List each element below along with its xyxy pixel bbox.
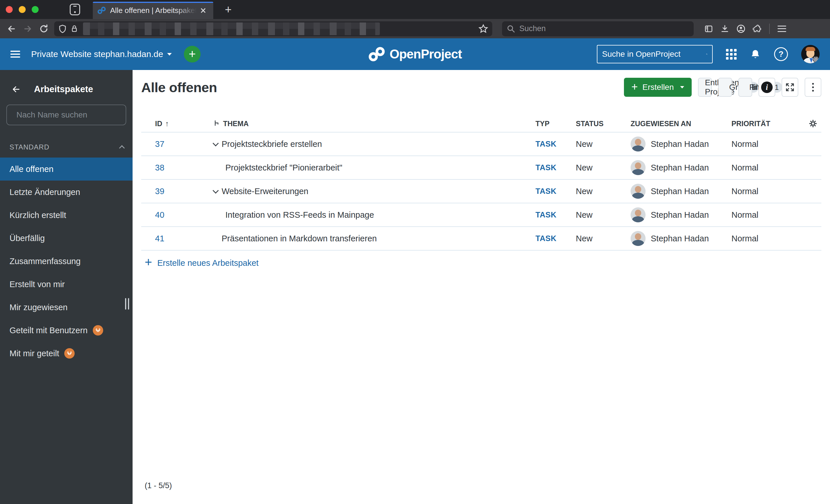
work-package-status[interactable]: New [576,234,631,243]
firefox-view-icon[interactable] [70,4,80,15]
account-icon[interactable] [733,21,749,36]
help-icon[interactable]: ? [774,47,788,61]
column-header-assignee[interactable]: ZUGEWIESEN AN [631,120,731,128]
work-package-subject[interactable]: Präsentationen in Markdown transferieren [222,234,377,243]
sidebar-item-mir-zugewiesen[interactable]: Mir zugewiesen [0,296,133,319]
column-header-id[interactable]: ID ↑ [155,119,213,128]
assignee-name[interactable]: Stephan Hadan [651,210,709,220]
main-menu-toggle-icon[interactable] [10,51,20,58]
work-package-id-link[interactable]: 41 [155,234,213,243]
forward-button[interactable] [20,21,36,36]
work-package-status[interactable]: New [576,210,631,220]
table-row[interactable]: 38 Projektsteckbrief "Pionierarbeit" TAS… [141,156,821,180]
new-tab-button[interactable]: + [221,3,235,16]
work-package-status[interactable]: New [576,139,631,149]
column-header-status[interactable]: STATUS [576,120,631,128]
menu-hamburger-icon[interactable] [774,21,790,36]
filter-button[interactable]: Filter 1 [738,78,752,97]
table-row[interactable]: 40 Integration von RSS-Feeds in Mainpage… [141,203,821,227]
close-tab-icon[interactable] [198,5,208,15]
sidebars-icon[interactable] [701,21,717,36]
column-header-priority[interactable]: PRIORITÄT [731,120,801,128]
table-settings-button[interactable] [809,119,821,128]
browser-search-input[interactable] [519,24,675,33]
table-row[interactable]: 41 Präsentationen in Markdown transferie… [141,227,821,250]
work-package-subject[interactable]: Projektsteckbrief "Pionierarbeit" [225,163,342,172]
openproject-logo[interactable]: OpenProject [368,47,462,62]
global-search-box[interactable] [597,45,713,63]
sidebar-section-standard[interactable]: STANDARD [9,143,124,151]
search-icon [507,25,515,33]
tracking-protection-shield-icon[interactable] [58,24,67,33]
back-arrow-icon[interactable] [11,85,21,94]
work-package-priority[interactable]: Normal [731,234,801,243]
browser-search-bar[interactable] [502,21,694,36]
assignee-name[interactable]: Stephan Hadan [651,234,709,243]
work-package-subject[interactable]: Website-Erweiterungen [222,187,308,196]
work-package-type[interactable]: TASK [536,234,576,243]
work-package-id-link[interactable]: 39 [155,187,213,196]
work-package-status[interactable]: New [576,163,631,172]
column-header-subject[interactable]: THEMA [213,120,536,128]
back-button[interactable] [3,21,20,36]
modules-grid-icon[interactable] [726,49,737,60]
lock-icon[interactable] [70,24,78,33]
work-package-priority[interactable]: Normal [731,139,801,149]
assignee-name[interactable]: Stephan Hadan [651,163,709,172]
global-add-button[interactable]: + [184,46,200,63]
assignee-name[interactable]: Stephan Hadan [651,139,709,149]
sidebar-item-erstellt-von-mir[interactable]: Erstellt von mir [0,273,133,296]
user-avatar[interactable] [801,45,820,63]
collapse-chevron-icon[interactable] [213,140,219,146]
work-package-type[interactable]: TASK [536,210,576,220]
work-package-priority[interactable]: Normal [731,210,801,220]
work-package-type[interactable]: TASK [536,187,576,196]
sidebar-search-input[interactable] [17,110,121,120]
sidebar-item-ueberfaellig[interactable]: Überfällig [0,227,133,250]
create-new-work-package-link[interactable]: + Erstelle neues Arbeitspaket [141,258,821,268]
sidebar-item-letzte-aenderungen[interactable]: Letzte Änderungen [0,180,133,204]
browser-tab[interactable]: Alle offenen | Arbeitspakete | Priv [93,2,213,19]
info-button[interactable]: i [759,78,775,97]
create-button[interactable]: + Erstellen [624,78,692,97]
sidebar-item-alle-offenen[interactable]: Alle offenen [0,158,133,180]
more-options-button[interactable] [805,78,821,97]
table-row[interactable]: 37 Projektsteckbriefe erstellen TASK New… [141,132,821,156]
work-package-type[interactable]: TASK [536,140,576,148]
zoom-window-button[interactable] [32,6,39,13]
sidebar-search-box[interactable] [6,105,126,125]
sidebar-item-geteilt-mit-benutzern[interactable]: Geteilt mit Benutzern [0,319,133,342]
hierarchy-icon[interactable] [213,120,220,127]
column-header-type[interactable]: TYP [536,120,576,128]
close-window-button[interactable] [6,6,13,13]
table-row[interactable]: 39 Website-Erweiterungen TASK New Stepha… [141,180,821,203]
work-package-priority[interactable]: Normal [731,187,801,196]
address-bar[interactable] [54,21,492,36]
sidebar-item-label: Erstellt von mir [9,280,65,289]
work-package-type[interactable]: TASK [536,163,576,172]
work-package-subject[interactable]: Integration von RSS-Feeds in Mainpage [225,210,374,220]
assignee-name[interactable]: Stephan Hadan [651,187,709,196]
sidebar-resize-handle[interactable] [125,298,129,310]
fullscreen-button[interactable] [781,78,798,97]
project-select[interactable]: Private Website stephan.hadan.de [31,49,172,59]
global-search-input[interactable] [602,49,706,59]
work-package-id-link[interactable]: 40 [155,210,213,220]
bookmark-star-icon[interactable] [478,24,488,34]
work-package-status[interactable]: New [576,187,631,196]
sidebar-item-mit-mir-geteilt[interactable]: Mit mir geteilt [0,342,133,365]
work-package-id-link[interactable]: 38 [155,163,213,172]
minimize-window-button[interactable] [19,6,26,13]
sidebar-item-kuerzlich-erstellt[interactable]: Kürzlich erstellt [0,204,133,227]
reload-button[interactable] [36,21,52,36]
baseline-button[interactable]: Grundlinie [718,78,732,97]
included-projects-button[interactable]: Enthaltene Projekte 1 [698,78,712,97]
collapse-chevron-icon[interactable] [213,188,219,194]
work-package-priority[interactable]: Normal [731,163,801,172]
notifications-bell-icon[interactable] [750,48,761,60]
downloads-icon[interactable] [717,21,733,36]
sidebar-item-zusammenfassung[interactable]: Zusammenfassung [0,250,133,273]
work-package-subject[interactable]: Projektsteckbriefe erstellen [222,139,322,149]
work-package-id-link[interactable]: 37 [155,139,213,149]
extensions-puzzle-icon[interactable] [749,21,765,36]
